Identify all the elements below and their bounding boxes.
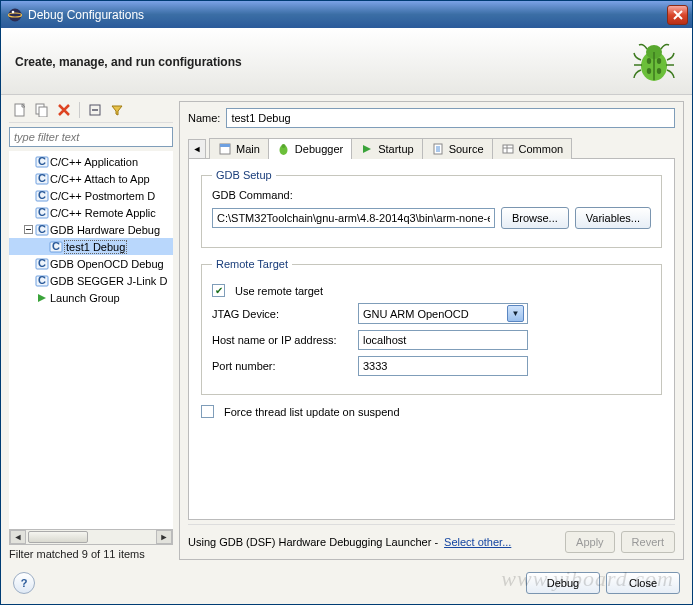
config-toolbar [9, 101, 173, 123]
tab-main[interactable]: Main [209, 138, 269, 159]
tree-collapse-icon[interactable] [23, 225, 34, 234]
c-config-icon: C [34, 172, 50, 186]
dialog-header: Create, manage, and run configurations [1, 28, 692, 95]
force-thread-label: Force thread list update on suspend [224, 406, 400, 418]
tree-row[interactable]: CC/C++ Attach to App [9, 170, 173, 187]
debug-button[interactable]: Debug [526, 572, 600, 594]
close-button[interactable]: Close [606, 572, 680, 594]
apply-button[interactable]: Apply [565, 531, 615, 553]
c-config-icon: C [48, 240, 64, 254]
gdb-setup-group: GDB Setup GDB Command: Browse... Variabl… [201, 169, 662, 248]
c-config-icon: C [34, 223, 50, 237]
tree-item-label: GDB Hardware Debug [50, 224, 160, 236]
select-other-link[interactable]: Select other... [444, 536, 511, 548]
variables-button[interactable]: Variables... [575, 207, 651, 229]
tree-row[interactable]: CC/C++ Application [9, 153, 173, 170]
revert-button[interactable]: Revert [621, 531, 675, 553]
tree-item-label: C/C++ Remote Applic [50, 207, 156, 219]
c-config-icon: C [34, 206, 50, 220]
tree-row[interactable]: CC/C++ Remote Applic [9, 204, 173, 221]
tree-row[interactable]: Ctest1 Debug [9, 238, 173, 255]
scrollbar-thumb[interactable] [28, 531, 88, 543]
tree-row[interactable]: CC/C++ Postmortem D [9, 187, 173, 204]
tree-row[interactable]: CGDB OpenOCD Debug [9, 255, 173, 272]
startup-tab-icon [360, 142, 374, 156]
tab-source-label: Source [449, 143, 484, 155]
window-title: Debug Configurations [28, 8, 667, 22]
tab-scroll-left[interactable]: ◄ [188, 139, 206, 159]
svg-rect-41 [503, 145, 513, 153]
eclipse-icon [7, 7, 23, 23]
duplicate-config-icon[interactable] [33, 101, 51, 119]
svg-point-9 [657, 68, 661, 74]
chevron-down-icon: ▼ [507, 305, 524, 322]
force-thread-checkbox[interactable] [201, 405, 214, 418]
gdb-command-label: GDB Command: [212, 189, 651, 201]
c-config-icon: C [34, 274, 50, 288]
svg-text:C: C [38, 223, 46, 235]
port-label: Port number: [212, 360, 352, 372]
svg-text:C: C [52, 240, 60, 252]
tree-row[interactable]: Launch Group [9, 289, 173, 306]
svg-point-36 [282, 144, 286, 148]
horizontal-scrollbar[interactable]: ◄ ► [9, 529, 173, 545]
svg-text:C: C [38, 155, 46, 167]
use-remote-checkbox[interactable]: ✔ [212, 284, 225, 297]
collapse-all-icon[interactable] [86, 101, 104, 119]
gdb-command-input[interactable] [212, 208, 495, 228]
new-config-icon[interactable] [11, 101, 29, 119]
bug-icon [630, 38, 678, 86]
c-config-icon: C [34, 189, 50, 203]
launcher-text: Using GDB (DSF) Hardware Debugging Launc… [188, 536, 438, 548]
port-input[interactable] [358, 356, 528, 376]
scroll-right-arrow[interactable]: ► [156, 530, 172, 544]
name-label: Name: [188, 112, 220, 124]
filter-match-status: Filter matched 9 of 11 items [9, 545, 173, 560]
tab-debugger[interactable]: Debugger [268, 138, 352, 159]
window-close-button[interactable] [667, 5, 688, 25]
tree-item-label: C/C++ Application [50, 156, 138, 168]
svg-text:C: C [38, 206, 46, 218]
tab-debugger-label: Debugger [295, 143, 343, 155]
tree-row[interactable]: CGDB SEGGER J-Link D [9, 272, 173, 289]
host-label: Host name or IP address: [212, 334, 352, 346]
svg-point-8 [647, 68, 651, 74]
c-config-icon: C [34, 257, 50, 271]
svg-point-6 [647, 58, 651, 64]
svg-point-0 [9, 8, 22, 21]
svg-text:C: C [38, 274, 46, 286]
tab-source[interactable]: Source [422, 138, 493, 159]
help-button[interactable]: ? [13, 572, 35, 594]
svg-rect-34 [220, 144, 230, 147]
scroll-left-arrow[interactable]: ◄ [10, 530, 26, 544]
filter-icon[interactable] [108, 101, 126, 119]
tree-item-label: test1 Debug [64, 240, 127, 254]
common-tab-icon [501, 142, 515, 156]
launch-group-icon [34, 291, 50, 305]
source-tab-icon [431, 142, 445, 156]
host-input[interactable] [358, 330, 528, 350]
svg-text:C: C [38, 172, 46, 184]
jtag-device-select[interactable]: GNU ARM OpenOCD ▼ [358, 303, 528, 324]
config-tree[interactable]: CC/C++ ApplicationCC/C++ Attach to AppCC… [9, 151, 173, 529]
dialog-title: Create, manage, and run configurations [15, 55, 630, 69]
use-remote-label: Use remote target [235, 285, 323, 297]
filter-input[interactable] [9, 127, 173, 147]
tab-common[interactable]: Common [492, 138, 573, 159]
tree-row[interactable]: CGDB Hardware Debug [9, 221, 173, 238]
tree-item-label: Launch Group [50, 292, 120, 304]
debugger-tab-panel: GDB Setup GDB Command: Browse... Variabl… [188, 158, 675, 520]
svg-point-7 [657, 58, 661, 64]
browse-button[interactable]: Browse... [501, 207, 569, 229]
tab-bar: ◄ Main Debugger Startup Source [188, 134, 675, 159]
titlebar: Debug Configurations [1, 1, 692, 28]
tab-common-label: Common [519, 143, 564, 155]
name-input[interactable] [226, 108, 675, 128]
tree-item-label: GDB SEGGER J-Link D [50, 275, 167, 287]
debugger-tab-icon [277, 142, 291, 156]
tab-startup[interactable]: Startup [351, 138, 422, 159]
jtag-device-value: GNU ARM OpenOCD [363, 308, 507, 320]
delete-config-icon[interactable] [55, 101, 73, 119]
tree-item-label: C/C++ Attach to App [50, 173, 150, 185]
tab-main-label: Main [236, 143, 260, 155]
